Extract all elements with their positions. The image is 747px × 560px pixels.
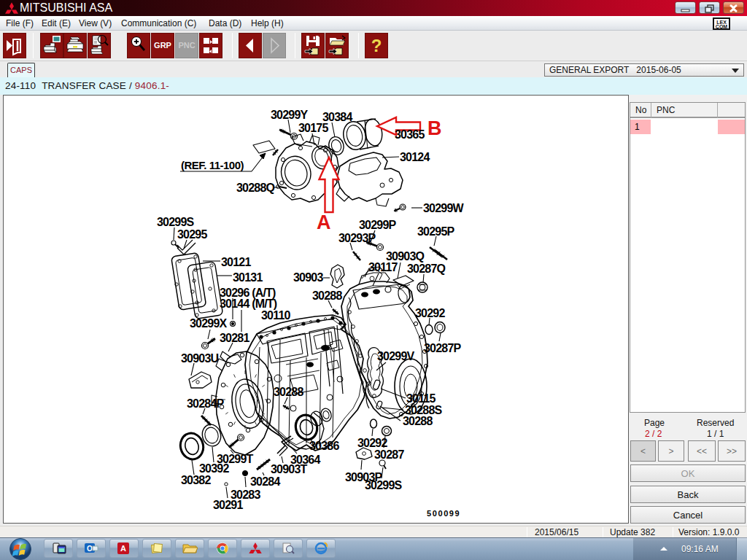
- svg-text:30293P: 30293P: [338, 232, 376, 244]
- svg-text:30382: 30382: [181, 474, 211, 486]
- svg-text:30903T: 30903T: [271, 463, 307, 475]
- svg-text:30281: 30281: [220, 332, 249, 344]
- svg-text:30288: 30288: [274, 386, 303, 398]
- svg-text:500099: 500099: [427, 509, 460, 518]
- svg-text:30291: 30291: [213, 499, 243, 511]
- svg-text:B: B: [427, 117, 442, 139]
- svg-text:30117: 30117: [368, 261, 398, 273]
- svg-text:30288: 30288: [312, 289, 342, 302]
- svg-text:30287P: 30287P: [424, 342, 461, 354]
- svg-text:A: A: [317, 211, 331, 233]
- svg-text:30131: 30131: [233, 271, 263, 284]
- svg-text:30299S: 30299S: [157, 216, 194, 228]
- svg-text:(REF. 11-100): (REF. 11-100): [181, 159, 244, 171]
- svg-text:30284: 30284: [250, 475, 280, 488]
- svg-text:30110: 30110: [261, 309, 291, 322]
- svg-text:30299V: 30299V: [377, 350, 414, 362]
- svg-text:30284P: 30284P: [187, 397, 224, 410]
- svg-text:30144 (M/T): 30144 (M/T): [220, 298, 277, 310]
- svg-text:30299X: 30299X: [190, 317, 227, 330]
- svg-text:30903: 30903: [293, 271, 323, 284]
- svg-text:30121: 30121: [221, 256, 251, 268]
- svg-text:30392: 30392: [199, 462, 229, 475]
- svg-text:30299Y: 30299Y: [271, 109, 308, 121]
- svg-text:30175: 30175: [298, 122, 328, 134]
- svg-text:A: A: [120, 544, 126, 553]
- svg-text:O: O: [87, 545, 93, 553]
- svg-text:30295: 30295: [177, 228, 207, 241]
- svg-text:30299W: 30299W: [423, 202, 464, 214]
- svg-text:30365: 30365: [395, 128, 425, 141]
- svg-text:30124: 30124: [400, 151, 430, 163]
- svg-text:30292: 30292: [415, 307, 445, 319]
- svg-text:30287: 30287: [374, 448, 404, 461]
- svg-text:30288: 30288: [403, 415, 433, 427]
- svg-text:30115: 30115: [406, 392, 436, 405]
- svg-text:30299P: 30299P: [359, 219, 396, 231]
- svg-text:30299S: 30299S: [365, 479, 402, 491]
- svg-text:30295P: 30295P: [417, 225, 454, 238]
- svg-text:30287Q: 30287Q: [407, 262, 445, 275]
- svg-text:30903U: 30903U: [181, 352, 218, 365]
- svg-text:30386: 30386: [309, 440, 339, 452]
- svg-text:30288Q: 30288Q: [236, 182, 274, 194]
- svg-text:30292: 30292: [357, 437, 387, 449]
